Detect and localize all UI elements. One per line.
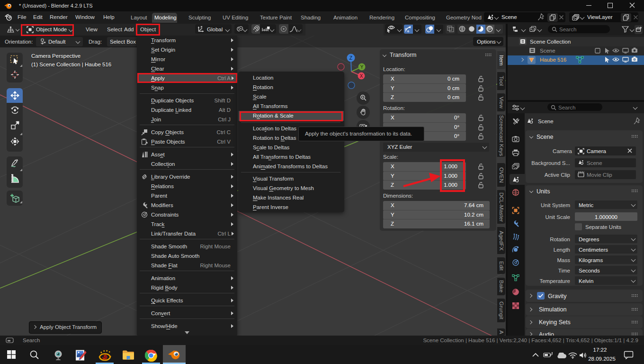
svg-text:Z: Z: [349, 55, 353, 61]
svg-text:X: X: [360, 73, 363, 79]
svg-text:Y: Y: [360, 64, 364, 70]
